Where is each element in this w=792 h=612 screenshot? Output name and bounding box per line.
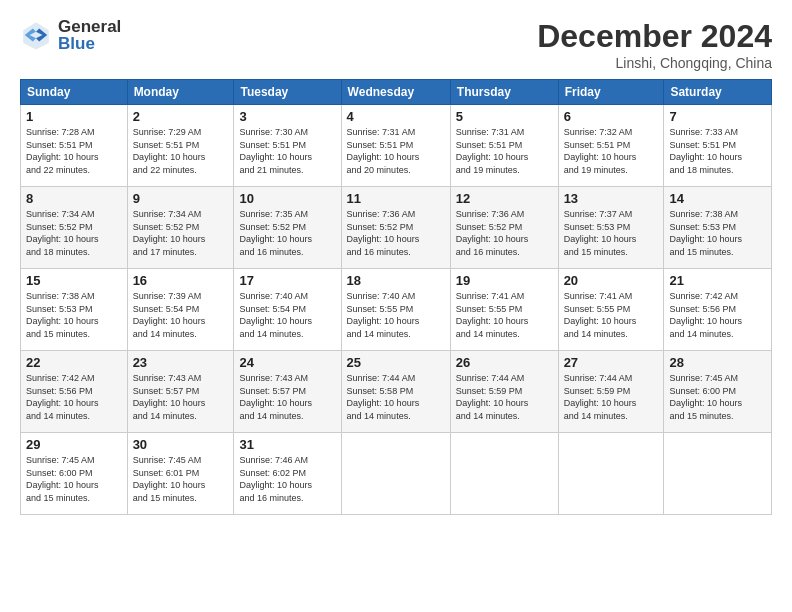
day-info: Sunrise: 7:32 AMSunset: 5:51 PMDaylight:… — [564, 127, 637, 175]
table-row: 4 Sunrise: 7:31 AMSunset: 5:51 PMDayligh… — [341, 105, 450, 187]
col-saturday: Saturday — [664, 80, 772, 105]
table-row: 10 Sunrise: 7:35 AMSunset: 5:52 PMDaylig… — [234, 187, 341, 269]
col-thursday: Thursday — [450, 80, 558, 105]
day-number: 18 — [347, 273, 445, 288]
day-number: 3 — [239, 109, 335, 124]
table-row: 21 Sunrise: 7:42 AMSunset: 5:56 PMDaylig… — [664, 269, 772, 351]
day-number: 28 — [669, 355, 766, 370]
col-friday: Friday — [558, 80, 664, 105]
day-number: 13 — [564, 191, 659, 206]
day-number: 16 — [133, 273, 229, 288]
day-number: 17 — [239, 273, 335, 288]
day-number: 12 — [456, 191, 553, 206]
day-info: Sunrise: 7:31 AMSunset: 5:51 PMDaylight:… — [456, 127, 529, 175]
day-number: 25 — [347, 355, 445, 370]
day-info: Sunrise: 7:44 AMSunset: 5:58 PMDaylight:… — [347, 373, 420, 421]
table-row: 25 Sunrise: 7:44 AMSunset: 5:58 PMDaylig… — [341, 351, 450, 433]
table-row: 31 Sunrise: 7:46 AMSunset: 6:02 PMDaylig… — [234, 433, 341, 515]
day-info: Sunrise: 7:45 AMSunset: 6:00 PMDaylight:… — [26, 455, 99, 503]
logo-text: General Blue — [58, 18, 121, 52]
table-row: 3 Sunrise: 7:30 AMSunset: 5:51 PMDayligh… — [234, 105, 341, 187]
table-row: 27 Sunrise: 7:44 AMSunset: 5:59 PMDaylig… — [558, 351, 664, 433]
logo-icon — [20, 19, 52, 51]
col-monday: Monday — [127, 80, 234, 105]
col-wednesday: Wednesday — [341, 80, 450, 105]
page: General Blue December 2024 Linshi, Chong… — [0, 0, 792, 612]
month-title: December 2024 — [537, 18, 772, 55]
table-row: 16 Sunrise: 7:39 AMSunset: 5:54 PMDaylig… — [127, 269, 234, 351]
day-info: Sunrise: 7:39 AMSunset: 5:54 PMDaylight:… — [133, 291, 206, 339]
table-row: 14 Sunrise: 7:38 AMSunset: 5:53 PMDaylig… — [664, 187, 772, 269]
table-row: 9 Sunrise: 7:34 AMSunset: 5:52 PMDayligh… — [127, 187, 234, 269]
day-number: 20 — [564, 273, 659, 288]
calendar-week-1: 1 Sunrise: 7:28 AMSunset: 5:51 PMDayligh… — [21, 105, 772, 187]
calendar-week-4: 22 Sunrise: 7:42 AMSunset: 5:56 PMDaylig… — [21, 351, 772, 433]
table-row: 28 Sunrise: 7:45 AMSunset: 6:00 PMDaylig… — [664, 351, 772, 433]
day-info: Sunrise: 7:40 AMSunset: 5:54 PMDaylight:… — [239, 291, 312, 339]
day-info: Sunrise: 7:44 AMSunset: 5:59 PMDaylight:… — [564, 373, 637, 421]
table-row: 5 Sunrise: 7:31 AMSunset: 5:51 PMDayligh… — [450, 105, 558, 187]
day-info: Sunrise: 7:36 AMSunset: 5:52 PMDaylight:… — [456, 209, 529, 257]
table-row — [558, 433, 664, 515]
title-area: December 2024 Linshi, Chongqing, China — [537, 18, 772, 71]
header: General Blue December 2024 Linshi, Chong… — [20, 18, 772, 71]
table-row — [450, 433, 558, 515]
day-info: Sunrise: 7:45 AMSunset: 6:01 PMDaylight:… — [133, 455, 206, 503]
day-info: Sunrise: 7:36 AMSunset: 5:52 PMDaylight:… — [347, 209, 420, 257]
day-number: 5 — [456, 109, 553, 124]
table-row: 13 Sunrise: 7:37 AMSunset: 5:53 PMDaylig… — [558, 187, 664, 269]
day-number: 10 — [239, 191, 335, 206]
table-row: 18 Sunrise: 7:40 AMSunset: 5:55 PMDaylig… — [341, 269, 450, 351]
logo-general-text: General — [58, 18, 121, 35]
day-number: 27 — [564, 355, 659, 370]
table-row: 8 Sunrise: 7:34 AMSunset: 5:52 PMDayligh… — [21, 187, 128, 269]
day-info: Sunrise: 7:38 AMSunset: 5:53 PMDaylight:… — [26, 291, 99, 339]
day-number: 22 — [26, 355, 122, 370]
table-row — [664, 433, 772, 515]
day-info: Sunrise: 7:42 AMSunset: 5:56 PMDaylight:… — [26, 373, 99, 421]
day-info: Sunrise: 7:41 AMSunset: 5:55 PMDaylight:… — [564, 291, 637, 339]
day-info: Sunrise: 7:45 AMSunset: 6:00 PMDaylight:… — [669, 373, 742, 421]
day-number: 2 — [133, 109, 229, 124]
col-tuesday: Tuesday — [234, 80, 341, 105]
day-number: 14 — [669, 191, 766, 206]
day-number: 8 — [26, 191, 122, 206]
calendar-table: Sunday Monday Tuesday Wednesday Thursday… — [20, 79, 772, 515]
logo-blue-text: Blue — [58, 35, 121, 52]
day-number: 24 — [239, 355, 335, 370]
logo: General Blue — [20, 18, 121, 52]
table-row — [341, 433, 450, 515]
table-row: 1 Sunrise: 7:28 AMSunset: 5:51 PMDayligh… — [21, 105, 128, 187]
day-info: Sunrise: 7:43 AMSunset: 5:57 PMDaylight:… — [239, 373, 312, 421]
day-number: 31 — [239, 437, 335, 452]
day-info: Sunrise: 7:33 AMSunset: 5:51 PMDaylight:… — [669, 127, 742, 175]
table-row: 22 Sunrise: 7:42 AMSunset: 5:56 PMDaylig… — [21, 351, 128, 433]
day-number: 29 — [26, 437, 122, 452]
table-row: 7 Sunrise: 7:33 AMSunset: 5:51 PMDayligh… — [664, 105, 772, 187]
day-number: 26 — [456, 355, 553, 370]
table-row: 24 Sunrise: 7:43 AMSunset: 5:57 PMDaylig… — [234, 351, 341, 433]
day-number: 7 — [669, 109, 766, 124]
day-info: Sunrise: 7:34 AMSunset: 5:52 PMDaylight:… — [133, 209, 206, 257]
calendar-header-row: Sunday Monday Tuesday Wednesday Thursday… — [21, 80, 772, 105]
calendar-week-5: 29 Sunrise: 7:45 AMSunset: 6:00 PMDaylig… — [21, 433, 772, 515]
day-number: 21 — [669, 273, 766, 288]
day-number: 4 — [347, 109, 445, 124]
day-info: Sunrise: 7:34 AMSunset: 5:52 PMDaylight:… — [26, 209, 99, 257]
calendar-week-3: 15 Sunrise: 7:38 AMSunset: 5:53 PMDaylig… — [21, 269, 772, 351]
table-row: 20 Sunrise: 7:41 AMSunset: 5:55 PMDaylig… — [558, 269, 664, 351]
table-row: 12 Sunrise: 7:36 AMSunset: 5:52 PMDaylig… — [450, 187, 558, 269]
day-info: Sunrise: 7:38 AMSunset: 5:53 PMDaylight:… — [669, 209, 742, 257]
day-info: Sunrise: 7:35 AMSunset: 5:52 PMDaylight:… — [239, 209, 312, 257]
day-info: Sunrise: 7:44 AMSunset: 5:59 PMDaylight:… — [456, 373, 529, 421]
day-number: 1 — [26, 109, 122, 124]
table-row: 11 Sunrise: 7:36 AMSunset: 5:52 PMDaylig… — [341, 187, 450, 269]
day-info: Sunrise: 7:31 AMSunset: 5:51 PMDaylight:… — [347, 127, 420, 175]
day-number: 23 — [133, 355, 229, 370]
day-info: Sunrise: 7:30 AMSunset: 5:51 PMDaylight:… — [239, 127, 312, 175]
location-subtitle: Linshi, Chongqing, China — [537, 55, 772, 71]
day-number: 15 — [26, 273, 122, 288]
day-number: 11 — [347, 191, 445, 206]
table-row: 15 Sunrise: 7:38 AMSunset: 5:53 PMDaylig… — [21, 269, 128, 351]
table-row: 23 Sunrise: 7:43 AMSunset: 5:57 PMDaylig… — [127, 351, 234, 433]
